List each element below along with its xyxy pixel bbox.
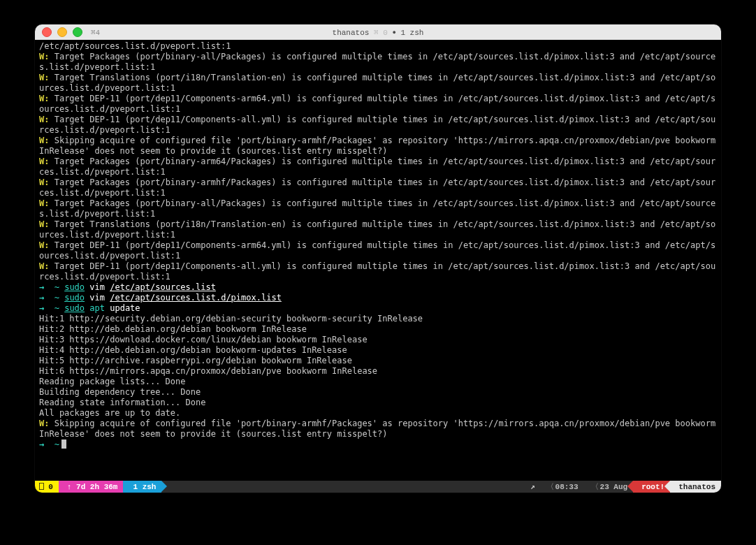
warn-prefix: W: (39, 94, 49, 103)
prompt-cwd: ~ (54, 282, 59, 292)
title-active: 1 zsh (400, 29, 423, 37)
warn-line: Target DEP-11 (port/dep11/Components-arm… (39, 94, 715, 114)
warn-line: Skipping acquire of configured file 'por… (39, 136, 720, 156)
status-uptime-label: ↑ 7d 2h 36m (67, 483, 118, 491)
warn-prefix: W: (39, 115, 49, 124)
status-time: 〈 08:33 (539, 481, 584, 493)
prompt-arrow-icon: → (39, 303, 44, 313)
warn-prefix: W: (39, 261, 49, 271)
progress-line: All packages are up to date. (39, 408, 180, 418)
cmd-name: apt (89, 303, 105, 313)
cmd-sudo: sudo (64, 282, 85, 292)
warn-line: Target DEP-11 (port/dep11/Components-arm… (39, 240, 715, 261)
chevron-left-icon: 〈 (590, 481, 600, 492)
powerline-arrow-icon (161, 481, 167, 492)
status-user-label: root! (641, 483, 664, 491)
warn-prefix: W: (39, 157, 49, 166)
warn-line: Skipping acquire of configured file 'por… (39, 419, 720, 439)
traffic-lights (35, 27, 82, 37)
warn-prefix: W: (39, 177, 49, 187)
progress-line: Building dependency tree... Done (39, 387, 201, 397)
warn-line: Target Packages (port/binary-armhf/Packa… (39, 177, 715, 198)
prompt-arrow-icon: → (39, 282, 44, 292)
progress-line: Reading package lists... Done (39, 377, 186, 386)
status-host-label: thanatos (678, 483, 715, 491)
warn-line: Target DEP-11 (port/dep11/Components-all… (39, 261, 715, 282)
prompt-arrow-icon: → (39, 439, 44, 449)
hit-line: Hit:3 https://download.docker.com/linux/… (39, 335, 368, 344)
hit-line: Hit:6 https://mirrors.apqa.cn/proxmox/de… (39, 366, 377, 376)
zoom-icon[interactable] (73, 27, 82, 37)
powerline-arrow-icon (664, 481, 670, 492)
terminal-window: ⌘4 thanatos ⌘ 0 ● 1 zsh /etc/apt/sources… (35, 24, 721, 493)
titlebar-title: thanatos ⌘ 0 ● 1 zsh (35, 28, 721, 37)
warn-prefix: W: (39, 419, 49, 428)
cmd-sudo: sudo (64, 293, 85, 303)
warn-prefix: W: (39, 73, 49, 82)
progress-line: Reading state information... Done (39, 398, 205, 407)
title-inactive: ⌘ 0 (374, 29, 388, 37)
cursor (61, 439, 66, 449)
terminal-body[interactable]: /etc/apt/sources.list.d/pveport.list:1 W… (35, 40, 721, 481)
status-date-label: 23 Aug (600, 483, 628, 491)
tmux-statusbar: ⎕ 0 ↑ 7d 2h 36m 1 zsh ↗ 〈 08:33 〈 23 Aug… (35, 481, 721, 493)
status-time-label: 08:33 (555, 483, 579, 491)
prompt-cwd: ~ (54, 303, 59, 313)
chevron-left-icon: 〈 (545, 481, 555, 492)
hit-line: Hit:2 http://deb.debian.org/debian bookw… (39, 324, 307, 334)
shortcut-label: ⌘4 (91, 28, 100, 37)
title-sep-icon: ● (392, 29, 395, 36)
warn-prefix: W: (39, 198, 49, 208)
powerline-arrow-icon (627, 481, 633, 492)
title-host: thanatos (333, 29, 370, 37)
warn-line: Target Packages (port/binary-arm64/Packa… (39, 157, 715, 177)
minimize-icon[interactable] (57, 27, 67, 37)
cmd-sudo: sudo (64, 303, 85, 313)
cmd-arg: update (110, 303, 140, 313)
status-arrow-icon: ↗ (530, 482, 535, 491)
status-uptime: ↑ 7d 2h 36m (59, 481, 124, 493)
hit-line: Hit:4 http://deb.debian.org/debian bookw… (39, 345, 347, 355)
titlebar: ⌘4 thanatos ⌘ 0 ● 1 zsh (35, 24, 721, 40)
warn-prefix: W: (39, 52, 49, 61)
titlebar-shortcut: ⌘4 (91, 24, 100, 40)
status-window[interactable]: 1 zsh (123, 481, 161, 493)
warn-prefix: W: (39, 240, 49, 250)
warn-line: Target Translations (port/i18n/Translati… (39, 219, 715, 240)
cmd-name: vim (89, 282, 105, 292)
hit-line: Hit:1 http://security.debian.org/debian-… (39, 314, 423, 324)
prompt-cwd: ~ (54, 293, 59, 303)
warn-line: Target Translations (port/i18n/Translati… (39, 73, 715, 93)
status-window-label: 1 zsh (133, 483, 156, 491)
warn-line: Target Packages (port/binary-all/Package… (39, 198, 715, 219)
hit-line: Hit:5 http://archive.raspberrypi.org/deb… (39, 356, 352, 365)
prompt-cwd: ~ (54, 439, 59, 449)
cmd-name: vim (89, 293, 105, 303)
cmd-path: /etc/apt/sources.list (110, 282, 216, 292)
status-date: 〈 23 Aug (584, 481, 634, 493)
warn-prefix: W: (39, 219, 49, 229)
warn-line: Target Packages (port/binary-all/Package… (39, 52, 715, 72)
warn-line: Target DEP-11 (port/dep11/Components-all… (39, 115, 715, 135)
cmd-path: /etc/apt/sources.list.d/pimox.list (110, 293, 282, 303)
close-icon[interactable] (42, 27, 52, 37)
warn-prefix: W: (39, 136, 49, 145)
status-spacer: ↗ (161, 481, 539, 493)
warn-line: /etc/apt/sources.list.d/pveport.list:1 (39, 41, 231, 51)
status-session-label: ⎕ 0 (39, 482, 53, 491)
status-host: thanatos (670, 481, 721, 493)
status-session[interactable]: ⎕ 0 (35, 481, 59, 493)
prompt-arrow-icon: → (39, 293, 44, 303)
